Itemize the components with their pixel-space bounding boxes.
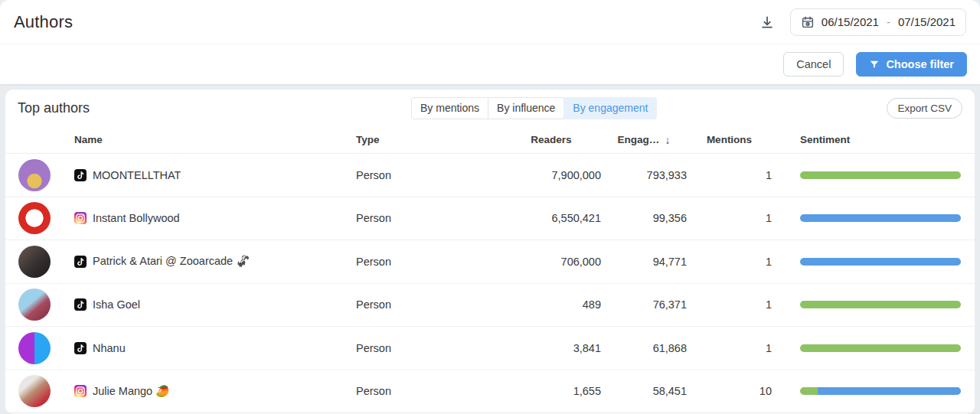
- calendar-icon: [801, 15, 815, 29]
- date-range-picker[interactable]: 06/15/2021 - 07/15/2021: [790, 8, 966, 36]
- author-name[interactable]: MOONTELLTHAT: [93, 169, 181, 181]
- readers-value: 706,000: [501, 256, 601, 268]
- table-header: Name Type Readers Engag… ↓ Mentions Sent…: [5, 126, 975, 154]
- tab-by-engagement[interactable]: By engagement: [564, 97, 657, 119]
- tiktok-icon: [74, 169, 87, 181]
- column-header-readers[interactable]: Readers: [501, 134, 601, 145]
- filter-funnel-icon: [869, 59, 880, 70]
- date-range-separator: -: [886, 15, 891, 28]
- instagram-icon: [74, 385, 87, 397]
- mentions-value: 1: [687, 212, 772, 224]
- mentions-value: 1: [687, 298, 772, 311]
- engagement-value: 793,933: [601, 169, 687, 181]
- mentions-value: 1: [687, 169, 772, 181]
- sort-tab-group: By mentions By influence By engagement: [411, 97, 657, 119]
- readers-value: 489: [501, 298, 601, 311]
- readers-value: 3,841: [501, 342, 601, 354]
- instagram-icon: [74, 212, 87, 224]
- cancel-button[interactable]: Cancel: [783, 52, 844, 77]
- avatar: [18, 159, 51, 191]
- tiktok-icon: [74, 256, 87, 268]
- table-row[interactable]: Julie Mango 🥭 Person 1,655 58,451 10: [5, 370, 975, 414]
- top-authors-card: Top authors By mentions By influence By …: [5, 90, 975, 414]
- avatar: [18, 375, 51, 407]
- date-range-end: 07/15/2021: [898, 15, 956, 28]
- sentiment-bar: [800, 171, 961, 179]
- export-csv-button[interactable]: Export CSV: [887, 98, 962, 119]
- sentiment-bar: [800, 344, 961, 352]
- filter-toolbar: Cancel Choose filter: [0, 44, 980, 84]
- sentiment-bar: [800, 214, 961, 222]
- sentiment-bar: [800, 301, 961, 308]
- avatar: [18, 332, 51, 364]
- table-row[interactable]: Instant Bollywood Person 6,550,421 99,35…: [5, 197, 975, 241]
- column-header-name[interactable]: Name: [74, 134, 356, 145]
- author-name[interactable]: Patrick & Atari @ Zooarcade 🦨: [93, 255, 250, 268]
- sentiment-bar: [800, 258, 961, 266]
- engagement-value: 76,371: [601, 298, 687, 311]
- mentions-value: 1: [687, 342, 772, 354]
- author-name[interactable]: Julie Mango 🥭: [93, 385, 169, 398]
- author-type: Person: [356, 169, 501, 181]
- table-row[interactable]: Isha Goel Person 489 76,371 1: [5, 284, 975, 328]
- choose-filter-button[interactable]: Choose filter: [856, 52, 967, 77]
- author-name[interactable]: Nhanu: [93, 342, 126, 354]
- tab-by-influence[interactable]: By influence: [488, 97, 564, 119]
- download-icon: [760, 15, 775, 30]
- column-header-type[interactable]: Type: [356, 134, 501, 145]
- readers-value: 6,550,421: [501, 212, 601, 224]
- table-row[interactable]: Nhanu Person 3,841 61,868 1: [5, 327, 975, 370]
- column-header-sentiment[interactable]: Sentiment: [772, 134, 962, 145]
- page-title: Authors: [14, 12, 73, 32]
- author-type: Person: [356, 256, 501, 268]
- engagement-value: 94,771: [601, 256, 687, 268]
- sort-descending-icon: ↓: [665, 134, 670, 146]
- readers-value: 7,900,000: [501, 169, 601, 181]
- avatar: [18, 288, 51, 321]
- column-header-engagement[interactable]: Engag… ↓: [601, 134, 687, 146]
- engagement-value: 61,868: [601, 342, 687, 354]
- author-type: Person: [356, 298, 501, 311]
- mentions-value: 10: [687, 385, 772, 397]
- author-type: Person: [356, 212, 501, 224]
- tiktok-icon: [74, 298, 87, 311]
- header-actions: 06/15/2021 - 07/15/2021: [756, 8, 966, 36]
- table-row[interactable]: Patrick & Atari @ Zooarcade 🦨 Person 706…: [5, 240, 975, 284]
- table-row[interactable]: MOONTELLTHAT Person 7,900,000 793,933 1: [5, 154, 975, 197]
- avatar: [18, 202, 51, 234]
- tab-by-mentions[interactable]: By mentions: [411, 97, 488, 119]
- card-header: Top authors By mentions By influence By …: [5, 90, 975, 126]
- engagement-value: 99,356: [601, 212, 687, 224]
- author-name[interactable]: Instant Bollywood: [93, 212, 180, 224]
- author-type: Person: [356, 385, 501, 397]
- date-range-start: 06/15/2021: [822, 15, 879, 28]
- mentions-value: 1: [687, 256, 772, 268]
- page-header: Authors 06/15/2021 - 07/15/2021: [0, 0, 980, 44]
- download-button[interactable]: [756, 11, 778, 33]
- sentiment-bar: [800, 387, 961, 395]
- author-type: Person: [356, 342, 501, 354]
- avatar: [18, 246, 51, 278]
- card-title: Top authors: [13, 100, 296, 116]
- tiktok-icon: [74, 342, 87, 354]
- author-name[interactable]: Isha Goel: [93, 298, 140, 311]
- column-header-mentions[interactable]: Mentions: [687, 134, 772, 145]
- readers-value: 1,655: [501, 385, 601, 397]
- engagement-value: 58,451: [601, 385, 687, 397]
